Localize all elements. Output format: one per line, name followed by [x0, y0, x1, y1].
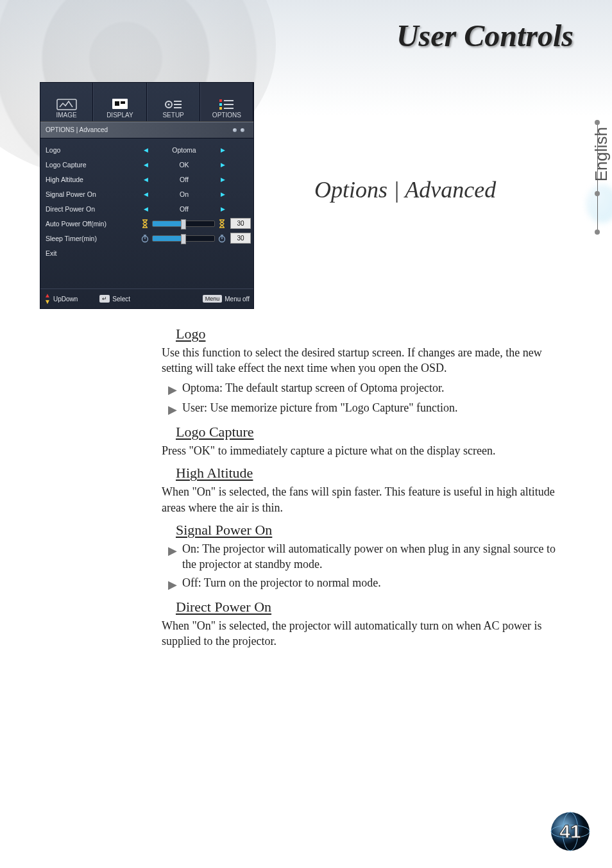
bullet-icon: ▶ [168, 382, 177, 397]
osd-tab-label: DISPLAY [106, 112, 133, 119]
content-body: LogoUse this function to select the desi… [162, 319, 565, 653]
svg-rect-6 [219, 99, 222, 102]
osd-tab-image[interactable]: IMAGE [40, 83, 93, 121]
section-heading: Logo Capture [162, 424, 565, 440]
section-heading: Direct Power On [162, 599, 565, 615]
enter-key-icon: ↵ [99, 295, 110, 303]
options-tab-icon [216, 97, 237, 112]
osd-tab-bar: IMAGE DISPLAY SETUP OPTIONS [40, 83, 253, 122]
osd-row-logo[interactable]: Logo ◀ Optoma ▶ [46, 142, 251, 157]
svg-rect-3 [121, 101, 125, 104]
section-paragraph: Press "OK" to immediately capture a pict… [162, 443, 565, 458]
arrow-right-icon[interactable]: ▶ [217, 176, 228, 183]
osd-row-signal-power-on[interactable]: Signal Power On ◀ On ▶ [46, 187, 251, 201]
hourglass-icon [217, 219, 226, 228]
section-paragraph: When "On" is selected, the projector wil… [162, 618, 565, 649]
section-heading: High Altitude [162, 465, 565, 481]
section-paragraph: Use this function to select the desired … [162, 345, 565, 376]
arrow-right-icon[interactable]: ▶ [217, 162, 228, 168]
osd-row-auto-power-off[interactable]: Auto Power Off(min) 30 [46, 216, 251, 231]
arrow-left-icon[interactable]: ◀ [140, 176, 151, 183]
section-paragraph: When "On" is selected, the fans will spi… [162, 484, 565, 515]
osd-row-label: Signal Power On [46, 190, 140, 198]
osd-footer-menuoff: Menu off [225, 296, 250, 303]
osd-row-label: Auto Power Off(min) [46, 220, 140, 228]
arrow-right-icon[interactable]: ▶ [217, 191, 228, 197]
slider-track[interactable] [152, 235, 215, 242]
bullet-icon: ▶ [168, 543, 177, 558]
osd-footer: ▲▼ UpDown ↵ Select Menu Menu off [40, 288, 253, 308]
slider-thumb[interactable] [181, 219, 186, 230]
osd-row-label: Sleep Timer(min) [46, 235, 140, 242]
svg-rect-7 [219, 103, 222, 106]
osd-row-value: Off [151, 176, 217, 183]
osd-row-exit[interactable]: Exit [46, 246, 251, 260]
section-bullet: ▶User: Use memorize picture from "Logo C… [168, 400, 558, 417]
arrow-right-icon[interactable]: ▶ [217, 147, 228, 153]
setup-tab-icon [162, 97, 184, 112]
osd-row-label: Logo [46, 146, 140, 154]
osd-breadcrumb: OPTIONS | Advanced [40, 122, 253, 138]
osd-row-sleep-timer[interactable]: Sleep Timer(min) 30 [46, 231, 251, 246]
osd-row-label: Logo Capture [46, 161, 140, 169]
osd-row-direct-power-on[interactable]: Direct Power On ◀ Off ▶ [46, 201, 251, 216]
osd-row-high-altitude[interactable]: High Altitude ◀ Off ▶ [46, 172, 251, 187]
arrow-left-icon[interactable]: ◀ [140, 162, 151, 168]
bullet-text: User: Use memorize picture from "Logo Ca… [182, 400, 458, 415]
osd-row-value: On [151, 190, 217, 198]
svg-rect-2 [115, 101, 119, 106]
arrow-left-icon[interactable]: ◀ [140, 206, 151, 212]
osd-tab-label: SETUP [162, 112, 183, 119]
osd-tab-setup[interactable]: SETUP [147, 83, 200, 121]
arrow-right-icon[interactable]: ▶ [217, 206, 228, 212]
osd-body: Logo ◀ Optoma ▶ Logo Capture ◀ OK ▶ High… [40, 138, 253, 288]
image-tab-icon [56, 97, 78, 112]
hourglass-icon [140, 219, 149, 228]
osd-tab-label: OPTIONS [212, 112, 241, 119]
page-number-badge: 41 [548, 809, 593, 854]
arrow-left-icon[interactable]: ◀ [140, 191, 151, 197]
slider-thumb[interactable] [181, 234, 186, 244]
arrow-left-icon[interactable]: ◀ [140, 147, 151, 153]
section-bullet: ▶Optoma: The default startup screen of O… [168, 380, 558, 397]
updown-arrows-icon: ▲▼ [44, 292, 51, 305]
bullet-icon: ▶ [168, 577, 177, 592]
page-title: User Controls [396, 18, 574, 53]
bullet-text: On: The projector will automatically pow… [182, 541, 558, 572]
osd-row-value: OK [151, 161, 217, 169]
language-tab: English [574, 122, 612, 234]
osd-menu: IMAGE DISPLAY SETUP OPTIONS OPTIONS | Ad… [40, 82, 254, 309]
osd-tab-label: IMAGE [56, 112, 77, 119]
osd-footer-updown: UpDown [53, 296, 78, 303]
menu-key-icon: Menu [203, 295, 223, 303]
osd-tab-options[interactable]: OPTIONS [200, 83, 253, 121]
section-title: Options | Advanced [314, 176, 496, 203]
osd-slider-value: 30 [230, 218, 251, 229]
timer-icon [140, 234, 149, 243]
osd-row-label: Direct Power On [46, 205, 140, 213]
display-tab-icon [109, 97, 131, 112]
osd-row-label: High Altitude [46, 176, 140, 183]
osd-tab-display[interactable]: DISPLAY [93, 83, 146, 121]
osd-row-value: Off [151, 205, 217, 213]
timer-icon [217, 234, 226, 243]
section-heading: Logo [162, 326, 565, 342]
osd-slider-value: 30 [230, 233, 251, 244]
section-bullet: ▶On: The projector will automatically po… [168, 541, 558, 572]
bullet-icon: ▶ [168, 402, 177, 417]
section-bullet: ▶Off: Turn on the projector to normal mo… [168, 575, 558, 592]
osd-row-label: Exit [46, 249, 140, 257]
section-heading: Signal Power On [162, 522, 565, 538]
bullet-text: Optoma: The default startup screen of Op… [182, 380, 445, 396]
osd-footer-select: Select [112, 296, 130, 303]
svg-point-5 [168, 104, 170, 106]
osd-row-value: Optoma [151, 146, 217, 154]
bullet-text: Off: Turn on the projector to normal mod… [182, 575, 381, 590]
svg-rect-1 [112, 99, 128, 109]
osd-row-logo-capture[interactable]: Logo Capture ◀ OK ▶ [46, 157, 251, 172]
svg-rect-8 [219, 107, 222, 110]
slider-track[interactable] [152, 221, 215, 227]
language-label: English [591, 127, 611, 181]
page-number: 41 [559, 821, 581, 842]
